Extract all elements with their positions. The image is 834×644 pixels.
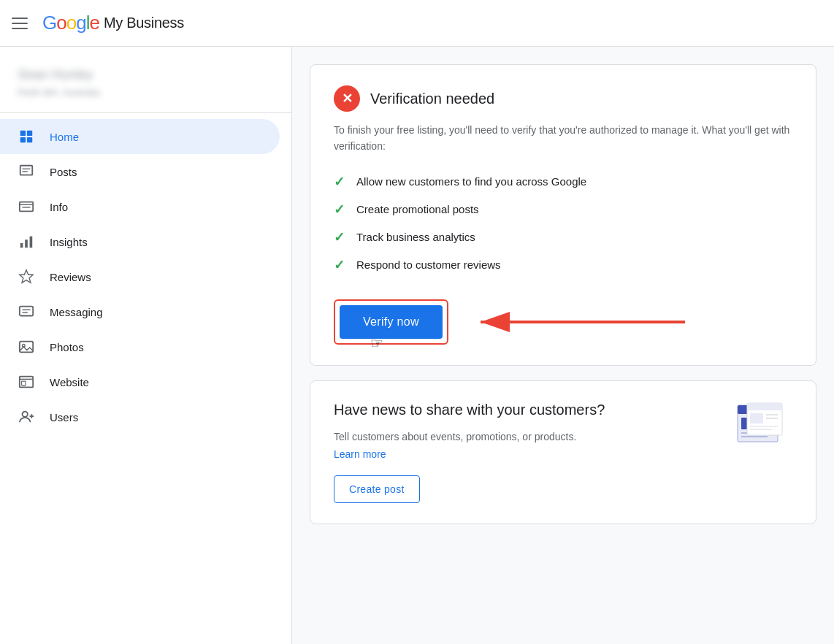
- insights-label: Insights: [50, 236, 88, 248]
- svg-rect-1: [27, 131, 32, 136]
- checklist-item-1-text: Allow new customers to find you across G…: [356, 175, 586, 188]
- app-title: My Business: [104, 15, 184, 31]
- sidebar-nav: Home Posts: [0, 113, 291, 434]
- sidebar-item-insights[interactable]: Insights: [0, 224, 280, 259]
- check-icon-3: ✓: [334, 229, 345, 245]
- svg-rect-14: [20, 307, 33, 316]
- svg-rect-2: [20, 137, 26, 142]
- verification-header: ✕ Verification needed: [334, 85, 792, 112]
- logo-area: Google My Business: [42, 12, 184, 34]
- business-location: Perth WA, Australia: [18, 87, 274, 98]
- insights-icon: [18, 233, 35, 250]
- sidebar-item-home[interactable]: Home: [0, 119, 280, 154]
- check-icon-4: ✓: [334, 257, 345, 273]
- svg-rect-12: [30, 237, 33, 248]
- verification-checklist: ✓ Allow new customers to find you across…: [334, 168, 792, 279]
- sidebar-item-reviews[interactable]: Reviews: [0, 259, 280, 294]
- svg-rect-10: [20, 243, 23, 248]
- info-label: Info: [50, 201, 68, 213]
- svg-rect-0: [20, 131, 26, 136]
- news-card: Have news to share with your customers? …: [310, 380, 816, 524]
- learn-more-link[interactable]: Learn more: [334, 448, 386, 460]
- news-description: Tell customers about events, promotions,…: [334, 429, 719, 445]
- sidebar-item-users[interactable]: Users: [0, 399, 280, 434]
- sidebar-item-photos[interactable]: Photos: [0, 329, 280, 364]
- svg-rect-37: [750, 413, 763, 423]
- sidebar-item-posts[interactable]: Posts: [0, 154, 280, 189]
- svg-rect-7: [20, 202, 33, 212]
- news-image: [734, 402, 792, 445]
- svg-rect-11: [25, 239, 28, 248]
- menu-icon[interactable]: [12, 18, 28, 29]
- users-icon: [18, 408, 35, 426]
- news-card-content: Have news to share with your customers? …: [334, 402, 792, 461]
- main-content: ✕ Verification needed To finish your fre…: [292, 47, 834, 644]
- checklist-item-2: ✓ Create promotional posts: [334, 196, 792, 223]
- sidebar-item-messaging[interactable]: Messaging: [0, 294, 280, 329]
- verify-button-wrapper: Verify now ☞: [334, 299, 448, 345]
- photos-label: Photos: [50, 341, 84, 353]
- reviews-label: Reviews: [50, 271, 91, 283]
- checklist-item-2-text: Create promotional posts: [356, 203, 479, 215]
- photos-icon: [18, 338, 35, 356]
- newspaper-icon: [734, 402, 792, 445]
- news-text: Have news to share with your customers? …: [334, 402, 719, 461]
- main-layout: Sean Hunley Perth WA, Australia Home: [0, 47, 834, 644]
- check-icon-1: ✓: [334, 174, 345, 190]
- red-arrow: [466, 304, 700, 340]
- svg-rect-17: [20, 342, 33, 353]
- website-icon: [18, 373, 35, 391]
- google-logo: Google: [42, 12, 99, 34]
- messaging-label: Messaging: [50, 306, 103, 318]
- verification-description: To finish your free listing, you'll need…: [334, 122, 792, 155]
- posts-icon: [18, 163, 35, 180]
- checklist-item-3-text: Track business analytics: [356, 231, 475, 243]
- home-label: Home: [50, 131, 79, 143]
- sidebar-item-info[interactable]: Info: [0, 189, 280, 224]
- messaging-icon: [18, 303, 35, 321]
- checklist-item-1: ✓ Allow new customers to find you across…: [334, 168, 792, 196]
- header: Google My Business: [0, 0, 834, 47]
- sidebar: Sean Hunley Perth WA, Australia Home: [0, 47, 292, 644]
- svg-rect-21: [22, 381, 26, 386]
- verify-now-button[interactable]: Verify now: [340, 305, 443, 339]
- verification-title: Verification needed: [370, 91, 494, 107]
- verification-card: ✕ Verification needed To finish your fre…: [310, 64, 816, 366]
- svg-rect-36: [747, 403, 782, 410]
- create-post-button[interactable]: Create post: [334, 475, 420, 503]
- business-info: Sean Hunley Perth WA, Australia: [0, 55, 291, 113]
- svg-rect-3: [27, 137, 32, 142]
- svg-rect-4: [20, 166, 33, 175]
- info-icon: [18, 198, 35, 215]
- shield-x-icon: ✕: [334, 85, 360, 112]
- home-icon: [18, 128, 35, 145]
- checklist-item-4: ✓ Respond to customer reviews: [334, 251, 792, 279]
- business-name: Sean Hunley: [18, 67, 274, 83]
- posts-label: Posts: [50, 166, 77, 178]
- checklist-item-3: ✓ Track business analytics: [334, 223, 792, 251]
- news-title: Have news to share with your customers?: [334, 402, 719, 418]
- reviews-icon: [18, 268, 35, 285]
- website-label: Website: [50, 376, 89, 388]
- users-label: Users: [50, 411, 78, 423]
- svg-point-22: [23, 412, 28, 417]
- create-post-section: Create post: [334, 461, 792, 503]
- sidebar-item-website[interactable]: Website: [0, 364, 280, 399]
- checklist-item-4-text: Respond to customer reviews: [356, 258, 501, 271]
- svg-marker-13: [20, 270, 33, 283]
- check-icon-2: ✓: [334, 202, 345, 218]
- verify-section: Verify now ☞: [334, 299, 792, 345]
